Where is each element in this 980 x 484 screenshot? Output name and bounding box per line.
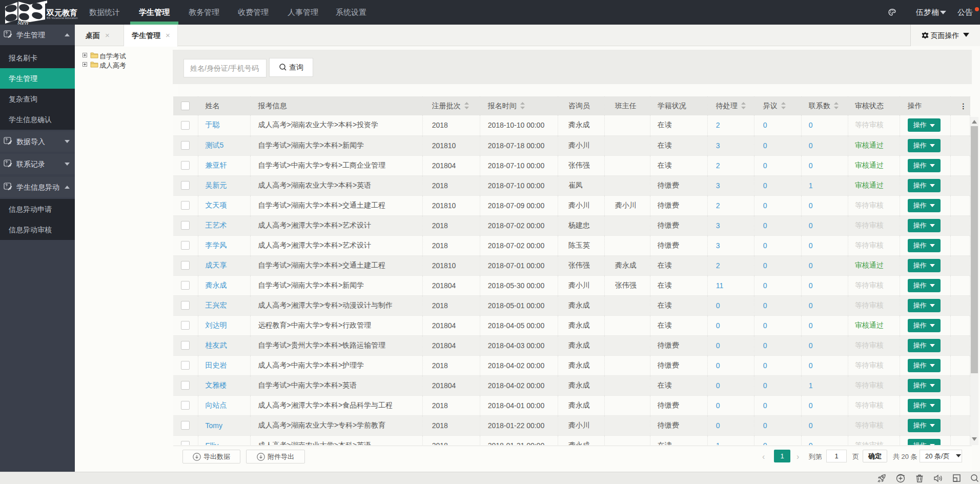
svg-text:step: step xyxy=(17,18,29,25)
